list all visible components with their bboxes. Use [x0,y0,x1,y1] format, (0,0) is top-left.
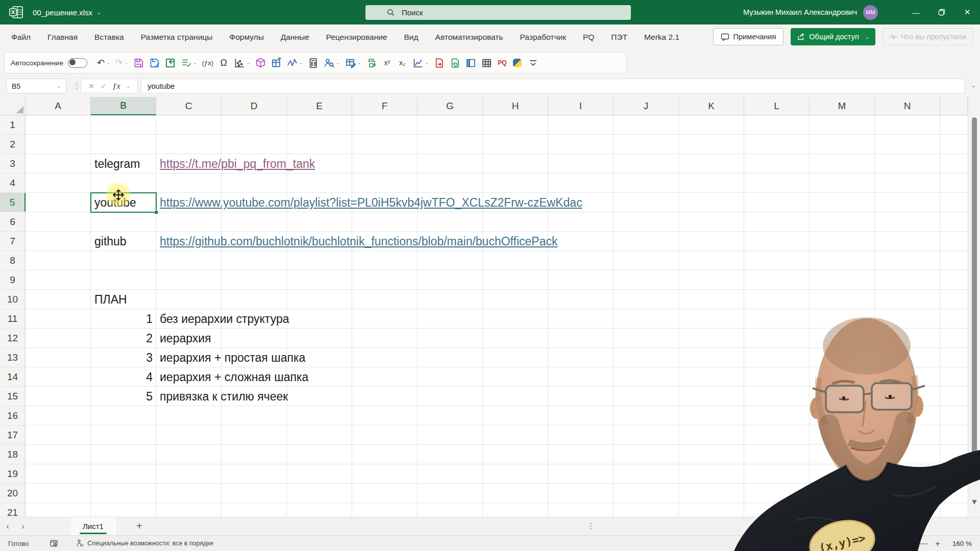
ribbon-tab-формулы[interactable]: Формулы [229,33,263,42]
ribbon-tab-данные[interactable]: Данные [281,33,309,42]
ribbon-tab-автоматизировать[interactable]: Автоматизировать [435,33,503,42]
normal-view-icon[interactable] [844,540,852,547]
table-swap-icon[interactable] [270,55,283,71]
cell-C14[interactable]: иерархия + сложная шапка [156,367,308,387]
symbol-omega-icon[interactable]: Ω [217,55,230,71]
python-icon[interactable] [511,55,524,71]
share-button[interactable]: Общий доступ ⌄ [791,28,875,45]
zoom-percent-label[interactable]: 160 % [947,540,972,547]
fill-handle[interactable] [154,210,158,214]
autosave-toggle[interactable]: Автосохранение [11,58,87,68]
cancel-entry-icon[interactable]: ✕ [88,82,95,91]
cell-C7[interactable]: https://github.com/buchlotnik/buchlotnik… [156,232,557,251]
undo-icon[interactable]: ↶⌄ [95,55,112,71]
formula-bar-expand-icon[interactable]: ⌄ [971,82,976,89]
zoom-slider[interactable] [872,543,928,544]
ribbon-tab-разметка-страницы[interactable]: Разметка страницы [141,33,213,42]
column-header-E[interactable]: E [287,97,352,115]
restore-button[interactable] [929,0,954,24]
save-icon[interactable] [132,55,145,71]
column-header-K[interactable]: K [679,97,744,115]
column-header-B[interactable]: B [91,97,156,115]
tabbar-options-icon[interactable]: ⋮ [587,521,595,531]
ribbon-tab-разработчик[interactable]: Разработчик [520,33,566,42]
ribbon-tab-pq[interactable]: PQ [583,33,594,42]
prev-sheet-button[interactable]: ‹ [0,521,15,532]
cell-C12[interactable]: иерархия [156,329,211,348]
add-sheet-button[interactable]: + [136,520,142,532]
column-header-A[interactable]: A [26,97,91,115]
scatter-chart-icon[interactable]: ⌄ [232,55,252,71]
column-header-C[interactable]: C [156,97,222,115]
column-header-D[interactable]: D [222,97,287,115]
edit-table-icon[interactable]: ⌄ [344,55,363,71]
next-sheet-button[interactable]: › [15,521,31,532]
save-as-icon[interactable] [148,55,161,71]
calculator-record-icon[interactable] [306,55,320,71]
cell-B14[interactable]: 4 [91,367,156,387]
column-header-G[interactable]: G [418,97,483,115]
column-header-M[interactable]: M [810,97,875,115]
vertical-scrollbar-thumb[interactable] [972,117,977,481]
document-title[interactable]: 00_решение.xlsx⌄ [33,8,101,17]
superscript-icon[interactable]: x² [380,55,394,71]
cell-B7[interactable]: github [91,232,127,251]
comments-button[interactable]: Примечания [713,28,784,45]
inspect-user-icon[interactable]: ⌄ [322,55,341,71]
toolbar-overflow-icon[interactable] [526,55,540,71]
column-header-L[interactable]: L [744,97,810,115]
column-header-H[interactable]: H [483,97,548,115]
cell-C13[interactable]: иерархия + простая шапка [156,348,305,367]
avatar[interactable]: ММ [863,5,878,20]
vertical-scrollbar[interactable] [968,97,980,517]
return-to-cell-icon[interactable] [163,55,177,71]
sheet-tab-Лист1[interactable]: Лист1 [70,517,116,536]
split-window-icon[interactable] [464,55,478,71]
formula-bar-grip[interactable]: ⋮ [73,81,81,90]
cell-B15[interactable]: 5 [91,387,156,406]
cell-C11[interactable]: без иерархии структура [156,309,289,329]
ribbon-tab-пэт[interactable]: ПЭТ [611,33,627,42]
name-box[interactable]: B5 ⌄ [6,79,66,93]
scroll-down-arrow-icon[interactable] [972,500,977,505]
whats-missed-button[interactable]: Что вы пропустили [883,28,973,45]
ribbon-tab-вид[interactable]: Вид [404,33,419,42]
ribbon-tab-merka-2-1[interactable]: Merka 2.1 [644,33,679,42]
select-all-corner[interactable] [0,97,26,115]
search-input[interactable]: Поиск [365,5,631,20]
cell-B13[interactable]: 3 [91,348,156,367]
redo-icon[interactable]: ↷⌄ [114,55,130,71]
ribbon-tab-главная[interactable]: Главная [47,33,78,42]
cell-B11[interactable]: 1 [91,309,156,329]
accessibility-status[interactable]: Специальные возможности: все в порядке [76,539,213,547]
cell-B12[interactable]: 2 [91,329,156,348]
macro-record-icon[interactable] [50,540,59,547]
minimize-button[interactable]: — [903,0,929,24]
confirm-entry-icon[interactable]: ✓ [101,82,107,91]
ribbon-tab-рецензирование[interactable]: Рецензирование [326,33,387,42]
cell-C15[interactable]: привязка к стилю ячеек [156,387,288,406]
export-document-icon[interactable] [432,55,446,71]
ribbon-tab-файл[interactable]: Файл [11,33,31,42]
cells-area[interactable]: telegramhttps://t.me/pbi_pq_from_tankyou… [0,115,968,517]
cell-C5[interactable]: https://www.youtube.com/playlist?list=PL… [156,193,582,212]
borders-grid-icon[interactable] [480,55,494,71]
column-header-N[interactable]: N [875,97,940,115]
formula-input[interactable]: youtube [141,79,965,93]
zoom-slider-thumb[interactable] [891,540,895,548]
subscript-icon[interactable]: x₂ [396,55,409,71]
zoom-out-button[interactable]: − [859,539,866,548]
ribbon-tab-вставка[interactable]: Вставка [94,33,124,42]
insert-function-fx-icon[interactable]: ƒx [112,82,120,91]
print-preview-icon[interactable] [364,55,378,71]
cell-C3[interactable]: https://t.me/pbi_pq_from_tank [156,154,315,173]
column-header-J[interactable]: J [614,97,679,115]
power-query-icon[interactable]: PQ [496,55,509,71]
refresh-document-icon[interactable] [448,55,462,71]
cell-B10[interactable]: ПЛАН [91,290,127,309]
column-header-F[interactable]: F [352,97,418,115]
zoom-in-button[interactable]: + [934,539,941,548]
cell-B3[interactable]: telegram [91,154,140,173]
insert-function-icon[interactable]: (ƒx) [201,55,215,71]
line-chart-icon[interactable]: ⌄ [411,55,430,71]
